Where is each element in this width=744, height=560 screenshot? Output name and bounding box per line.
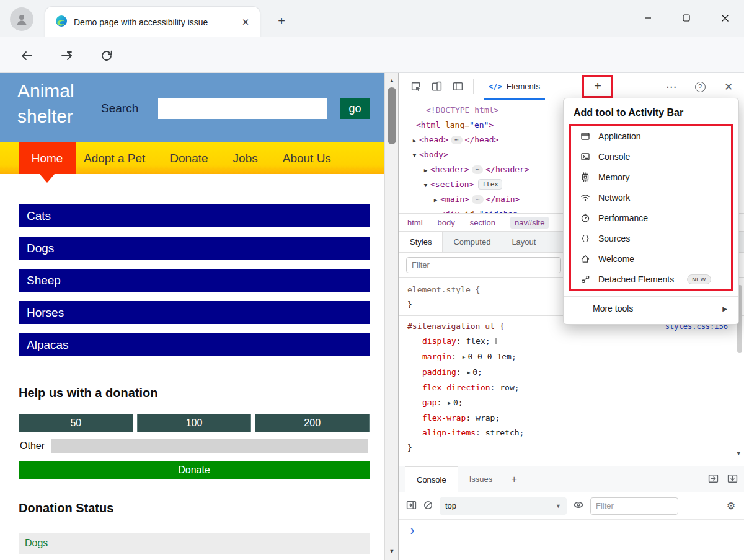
list-item-dogs[interactable]: Dogs	[19, 237, 370, 260]
tab-layout[interactable]: Layout	[501, 232, 546, 252]
menu-item-sources[interactable]: Sources	[571, 228, 731, 248]
breadcrumb-section[interactable]: section	[470, 218, 495, 227]
css-property-gap[interactable]: gap: ▶0;	[407, 395, 744, 411]
minimize-button[interactable]	[629, 4, 667, 32]
other-amount-input[interactable]	[51, 439, 368, 453]
dock-drawer-button[interactable]	[708, 473, 719, 486]
menu-item-application[interactable]: Application	[571, 126, 731, 146]
scroll-up-icon[interactable]: ▲	[385, 74, 399, 87]
donate-button[interactable]: Donate	[19, 461, 370, 479]
devtools-toolbar-right: ⋯ ? ✕	[661, 73, 739, 100]
twisty-collapsed-icon[interactable]: ▶	[410, 133, 419, 148]
maximize-button[interactable]	[667, 4, 706, 32]
nav-item-about-us[interactable]: About Us	[275, 142, 339, 174]
collapsed-content-icon[interactable]: ⋯	[472, 195, 484, 204]
activity-bar-layout-button[interactable]	[447, 76, 468, 97]
tab-close-icon[interactable]: ✕	[239, 15, 252, 29]
nav-item-home[interactable]: Home	[19, 142, 76, 174]
styles-scroll-down-icon[interactable]: ▼	[737, 446, 740, 461]
collapsed-content-icon[interactable]: ⋯	[451, 136, 463, 144]
list-item-horses[interactable]: Horses	[19, 301, 370, 324]
console-settings-button[interactable]: ⚙	[727, 500, 735, 512]
css-property-padding[interactable]: padding: ▶0;	[407, 365, 744, 380]
menu-item-welcome[interactable]: Welcome	[571, 248, 731, 269]
twisty-expanded-icon[interactable]: ▼	[421, 178, 430, 193]
close-window-button[interactable]	[706, 4, 744, 32]
tab-computed[interactable]: Computed	[443, 232, 501, 252]
devtools-help-button[interactable]: ?	[689, 76, 711, 97]
breadcrumb-body[interactable]: body	[438, 218, 455, 227]
scroll-down-icon[interactable]: ▼	[385, 545, 399, 558]
amount-100-button[interactable]: 100	[137, 414, 252, 432]
scrollbar-thumb[interactable]	[388, 87, 396, 144]
css-property-align-items[interactable]: align-items: stretch;	[407, 426, 744, 440]
css-property-display[interactable]: display: flex;	[407, 334, 744, 349]
nav-item-adopt-a-pet[interactable]: Adopt a Pet	[76, 142, 153, 174]
menu-item-more-tools[interactable]: More tools ▶	[564, 297, 738, 320]
add-tool-menu: Add tool to Activity Bar Application Con…	[563, 98, 739, 325]
nav-item-donate[interactable]: Donate	[162, 142, 216, 174]
live-expression-button[interactable]	[573, 499, 584, 512]
menu-item-performance[interactable]: Performance	[571, 208, 731, 228]
menu-item-network[interactable]: Network	[571, 187, 731, 208]
new-tab-button[interactable]: +	[272, 11, 291, 31]
search-go-button[interactable]: go	[340, 98, 370, 119]
twisty-collapsed-icon[interactable]: ▶	[431, 208, 440, 213]
welcome-icon	[580, 254, 590, 264]
devtools-more-options-button[interactable]: ⋯	[661, 76, 682, 97]
forward-button[interactable]	[56, 46, 78, 65]
amount-50-button[interactable]: 50	[19, 414, 133, 432]
menu-item-console[interactable]: Console	[571, 146, 731, 167]
tab-elements[interactable]: </> Elements	[479, 73, 550, 100]
expand-value-icon[interactable]: ▶	[448, 400, 451, 406]
console-filter-input[interactable]	[590, 497, 678, 515]
devtools-close-button[interactable]: ✕	[718, 76, 739, 97]
add-tool-button[interactable]: +	[594, 79, 601, 94]
refresh-button[interactable]	[96, 46, 117, 65]
console-output[interactable]: ❯	[399, 520, 744, 535]
search-input[interactable]	[158, 98, 327, 119]
list-item-cats[interactable]: Cats	[19, 204, 370, 227]
tab-issues[interactable]: Issues	[458, 466, 504, 492]
browser-tab[interactable]: Demo page with accessibility issue ✕	[45, 6, 260, 37]
site-navigation: Home Adopt a Pet Donate Jobs About Us	[0, 142, 384, 174]
add-drawer-tab-button[interactable]: +	[503, 466, 525, 492]
css-selector[interactable]: #sitenavigation ul {	[407, 319, 505, 334]
twisty-collapsed-icon[interactable]: ▶	[421, 163, 430, 178]
css-property-flex-direction[interactable]: flex-direction: row;	[407, 380, 744, 395]
console-sidebar-button[interactable]	[406, 500, 417, 512]
nav-item-jobs[interactable]: Jobs	[225, 142, 266, 174]
donation-amounts: 50 100 200	[19, 414, 370, 432]
breadcrumb-html[interactable]: html	[407, 218, 423, 227]
tab-console[interactable]: Console	[405, 466, 458, 492]
flexbox-editor-icon[interactable]	[494, 335, 500, 349]
edge-favicon	[55, 15, 68, 30]
twisty-collapsed-icon[interactable]: ▶	[431, 193, 440, 208]
search-label: Search	[101, 102, 138, 115]
inspect-element-button[interactable]	[405, 76, 426, 97]
twisty-expanded-icon[interactable]: ▼	[410, 148, 419, 163]
css-property-flex-wrap[interactable]: flex-wrap: wrap;	[407, 411, 744, 426]
amount-200-button[interactable]: 200	[255, 414, 370, 432]
back-button[interactable]	[16, 46, 37, 65]
breadcrumb-nav[interactable]: nav#site	[510, 217, 549, 229]
menu-item-detached-elements[interactable]: Detached Elements NEW	[571, 269, 731, 289]
collapse-drawer-button[interactable]	[727, 473, 738, 486]
profile-avatar[interactable]	[10, 7, 33, 31]
expand-value-icon[interactable]: ▶	[467, 370, 470, 375]
menu-item-memory[interactable]: Memory	[571, 167, 731, 187]
help-icon: ?	[695, 82, 706, 92]
expand-value-icon[interactable]: ▶	[463, 354, 466, 360]
javascript-context-dropdown[interactable]: top ▼	[440, 497, 567, 515]
styles-filter-input[interactable]	[406, 257, 561, 273]
browser-titlebar: Demo page with accessibility issue ✕ +	[0, 0, 744, 37]
page-scrollbar[interactable]: ▲ ▼	[384, 73, 398, 560]
css-property-margin[interactable]: margin: ▶0 0 0 1em;	[407, 349, 744, 365]
list-item-alpacas[interactable]: Alpacas	[19, 333, 370, 356]
clear-console-button[interactable]	[423, 500, 433, 512]
collapsed-content-icon[interactable]: ⋯	[472, 165, 484, 174]
flex-badge[interactable]: flex	[478, 179, 502, 190]
list-item-sheep[interactable]: Sheep	[19, 269, 370, 292]
tab-styles[interactable]: Styles	[399, 232, 443, 252]
device-emulation-button[interactable]	[426, 76, 447, 97]
